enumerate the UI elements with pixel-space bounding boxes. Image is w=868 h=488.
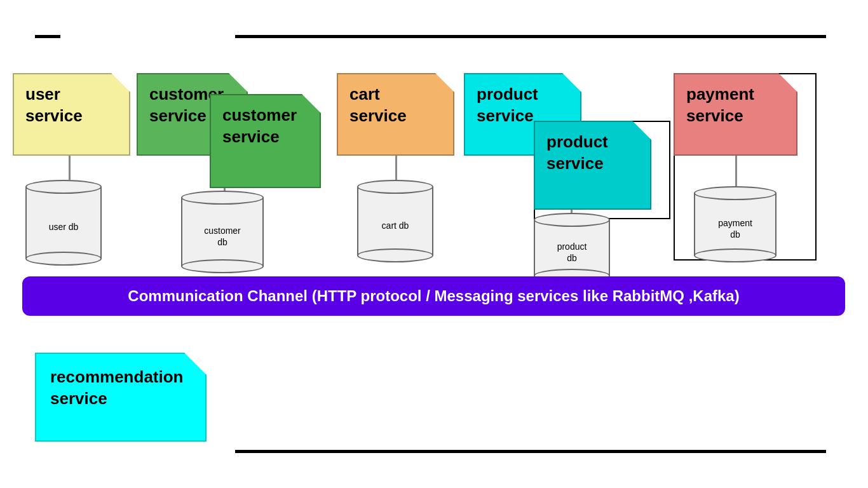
cart-db: cart db	[357, 180, 433, 262]
user-db-top	[25, 180, 102, 194]
user-db-bottom	[25, 252, 102, 266]
customer-db-top	[181, 191, 264, 205]
cart-service-db-connector	[395, 156, 397, 180]
user-db: user db	[25, 180, 102, 266]
top-line-right-decoration	[235, 35, 826, 38]
payment-service-label: paymentservice	[686, 85, 754, 125]
payment-service-db-connector	[735, 156, 737, 186]
user-service-label: user service	[25, 85, 83, 125]
payment-db-label: paymentdb	[718, 217, 752, 240]
customer-db-label: customerdb	[204, 225, 241, 248]
product-service-1-label: productservice	[477, 85, 538, 125]
payment-db-body: paymentdb	[694, 193, 776, 255]
product-service-box-2: productservice	[534, 121, 651, 210]
cart-service-label: cartservice	[349, 85, 407, 125]
customer-service-box-2: customerservice	[210, 94, 321, 188]
cart-db-top	[357, 180, 433, 194]
bottom-line-decoration	[235, 450, 826, 453]
payment-service-box: paymentservice	[674, 73, 797, 156]
top-line-left-decoration	[35, 35, 60, 38]
cart-db-body: cart db	[357, 187, 433, 255]
product-db: productdb	[534, 213, 610, 283]
payment-db-top	[694, 186, 776, 200]
recommendation-service-label: recommendationservice	[50, 367, 184, 408]
communication-channel-bar: Communication Channel (HTTP protocol / M…	[22, 276, 845, 316]
recommendation-service-box: recommendationservice	[35, 353, 207, 442]
payment-db-bottom	[694, 248, 776, 262]
customer-service-2-label: customerservice	[222, 105, 297, 146]
customer-db: customerdb	[181, 191, 264, 273]
user-db-label: user db	[49, 221, 79, 233]
product-db-label: productdb	[557, 241, 587, 264]
communication-channel-label: Communication Channel (HTTP protocol / M…	[128, 287, 739, 305]
user-service-db-connector	[69, 156, 71, 180]
product-db-body: productdb	[534, 220, 610, 276]
product-db-top	[534, 213, 610, 227]
cart-service-box: cartservice	[337, 73, 454, 156]
cart-db-label: cart db	[382, 220, 409, 231]
customer-db-bottom	[181, 259, 264, 273]
payment-db: paymentdb	[694, 186, 776, 262]
user-db-body: user db	[25, 187, 102, 259]
cart-db-bottom	[357, 248, 433, 262]
product-service-2-label: productservice	[546, 132, 608, 173]
user-service-box: user service	[13, 73, 130, 156]
customer-db-body: customerdb	[181, 198, 264, 266]
